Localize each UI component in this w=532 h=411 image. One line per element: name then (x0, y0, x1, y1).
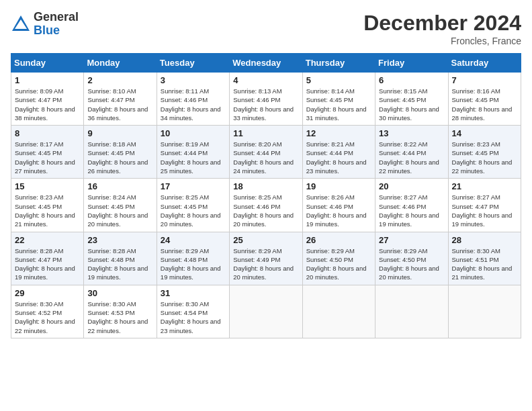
day-number: 2 (87, 75, 152, 85)
calendar-cell: 2 Sunrise: 8:10 AM Sunset: 4:47 PM Dayli… (84, 73, 157, 126)
calendar-cell: 24 Sunrise: 8:29 AM Sunset: 4:48 PM Dayl… (157, 232, 229, 285)
day-number: 3 (161, 75, 226, 85)
calendar-cell (375, 285, 448, 338)
calendar-cell: 1 Sunrise: 8:09 AM Sunset: 4:47 PM Dayli… (11, 73, 84, 126)
calendar-cell (302, 285, 375, 338)
calendar-cell: 31 Sunrise: 8:30 AM Sunset: 4:54 PM Dayl… (157, 285, 229, 338)
day-number: 10 (161, 128, 226, 138)
calendar-week-5: 29 Sunrise: 8:30 AM Sunset: 4:52 PM Dayl… (11, 285, 521, 338)
day-info: Sunrise: 8:24 AM Sunset: 4:45 PM Dayligh… (87, 193, 152, 228)
calendar-cell: 28 Sunrise: 8:30 AM Sunset: 4:51 PM Dayl… (448, 232, 521, 285)
calendar-cell: 6 Sunrise: 8:15 AM Sunset: 4:45 PM Dayli… (375, 73, 448, 126)
day-info: Sunrise: 8:28 AM Sunset: 4:48 PM Dayligh… (87, 246, 152, 282)
logo-icon (11, 14, 31, 34)
day-number: 18 (233, 181, 298, 191)
calendar-cell (230, 285, 302, 338)
weekday-header-sunday: Sunday (11, 54, 84, 73)
calendar-cell: 25 Sunrise: 8:29 AM Sunset: 4:49 PM Dayl… (230, 232, 302, 285)
day-number: 7 (452, 75, 517, 85)
day-info: Sunrise: 8:29 AM Sunset: 4:49 PM Dayligh… (233, 246, 298, 282)
day-info: Sunrise: 8:27 AM Sunset: 4:46 PM Dayligh… (379, 193, 444, 228)
calendar-cell: 10 Sunrise: 8:19 AM Sunset: 4:44 PM Dayl… (157, 126, 229, 179)
day-number: 4 (233, 75, 298, 85)
day-info: Sunrise: 8:23 AM Sunset: 4:45 PM Dayligh… (452, 140, 517, 175)
weekday-header-wednesday: Wednesday (230, 54, 302, 73)
day-info: Sunrise: 8:17 AM Sunset: 4:45 PM Dayligh… (15, 140, 80, 175)
calendar-table: SundayMondayTuesdayWednesdayThursdayFrid… (11, 53, 521, 338)
day-info: Sunrise: 8:30 AM Sunset: 4:52 PM Dayligh… (15, 300, 80, 335)
calendar-cell: 13 Sunrise: 8:22 AM Sunset: 4:44 PM Dayl… (375, 126, 448, 179)
day-number: 30 (87, 288, 152, 298)
day-number: 17 (161, 181, 226, 191)
calendar-cell: 17 Sunrise: 8:25 AM Sunset: 4:45 PM Dayl… (157, 179, 229, 232)
calendar-cell: 4 Sunrise: 8:13 AM Sunset: 4:46 PM Dayli… (230, 73, 302, 126)
day-info: Sunrise: 8:10 AM Sunset: 4:47 PM Dayligh… (87, 87, 152, 122)
day-info: Sunrise: 8:28 AM Sunset: 4:47 PM Dayligh… (15, 246, 80, 282)
day-info: Sunrise: 8:26 AM Sunset: 4:46 PM Dayligh… (306, 193, 371, 228)
day-info: Sunrise: 8:20 AM Sunset: 4:44 PM Dayligh… (233, 140, 298, 175)
calendar-cell: 16 Sunrise: 8:24 AM Sunset: 4:45 PM Dayl… (84, 179, 157, 232)
day-info: Sunrise: 8:11 AM Sunset: 4:46 PM Dayligh… (161, 87, 226, 122)
day-info: Sunrise: 8:29 AM Sunset: 4:48 PM Dayligh… (161, 246, 226, 282)
day-number: 1 (15, 75, 80, 85)
day-info: Sunrise: 8:25 AM Sunset: 4:45 PM Dayligh… (161, 193, 226, 228)
calendar-cell: 29 Sunrise: 8:30 AM Sunset: 4:52 PM Dayl… (11, 285, 84, 338)
day-info: Sunrise: 8:18 AM Sunset: 4:45 PM Dayligh… (87, 140, 152, 175)
calendar-cell: 3 Sunrise: 8:11 AM Sunset: 4:46 PM Dayli… (157, 73, 229, 126)
day-info: Sunrise: 8:30 AM Sunset: 4:53 PM Dayligh… (87, 300, 152, 335)
calendar-cell: 21 Sunrise: 8:27 AM Sunset: 4:47 PM Dayl… (448, 179, 521, 232)
weekday-header-thursday: Thursday (302, 54, 375, 73)
calendar-cell: 23 Sunrise: 8:28 AM Sunset: 4:48 PM Dayl… (84, 232, 157, 285)
day-info: Sunrise: 8:16 AM Sunset: 4:45 PM Dayligh… (452, 87, 517, 122)
page-header: General Blue December 2024 Froncles, Fra… (11, 11, 521, 46)
day-number: 15 (15, 181, 80, 191)
calendar-cell: 7 Sunrise: 8:16 AM Sunset: 4:45 PM Dayli… (448, 73, 521, 126)
day-number: 25 (233, 235, 298, 245)
calendar-cell: 26 Sunrise: 8:29 AM Sunset: 4:50 PM Dayl… (302, 232, 375, 285)
calendar-cell: 27 Sunrise: 8:29 AM Sunset: 4:50 PM Dayl… (375, 232, 448, 285)
day-number: 6 (379, 75, 444, 85)
day-info: Sunrise: 8:15 AM Sunset: 4:45 PM Dayligh… (379, 87, 444, 122)
weekday-header-row: SundayMondayTuesdayWednesdayThursdayFrid… (11, 54, 521, 73)
calendar-cell: 8 Sunrise: 8:17 AM Sunset: 4:45 PM Dayli… (11, 126, 84, 179)
weekday-header-saturday: Saturday (448, 54, 521, 73)
day-info: Sunrise: 8:13 AM Sunset: 4:46 PM Dayligh… (233, 87, 298, 122)
day-info: Sunrise: 8:14 AM Sunset: 4:45 PM Dayligh… (306, 87, 371, 122)
day-info: Sunrise: 8:21 AM Sunset: 4:44 PM Dayligh… (306, 140, 371, 175)
weekday-header-tuesday: Tuesday (157, 54, 229, 73)
calendar-cell (448, 285, 521, 338)
calendar-cell: 20 Sunrise: 8:27 AM Sunset: 4:46 PM Dayl… (375, 179, 448, 232)
calendar-cell: 5 Sunrise: 8:14 AM Sunset: 4:45 PM Dayli… (302, 73, 375, 126)
title-block: December 2024 Froncles, France (363, 11, 521, 46)
day-info: Sunrise: 8:30 AM Sunset: 4:54 PM Dayligh… (161, 300, 226, 335)
day-number: 11 (233, 128, 298, 138)
calendar-week-1: 1 Sunrise: 8:09 AM Sunset: 4:47 PM Dayli… (11, 73, 521, 126)
logo: General Blue (11, 11, 79, 38)
month-title: December 2024 (363, 11, 521, 36)
calendar-cell: 9 Sunrise: 8:18 AM Sunset: 4:45 PM Dayli… (84, 126, 157, 179)
calendar-cell: 11 Sunrise: 8:20 AM Sunset: 4:44 PM Dayl… (230, 126, 302, 179)
day-number: 5 (306, 75, 371, 85)
calendar-cell: 14 Sunrise: 8:23 AM Sunset: 4:45 PM Dayl… (448, 126, 521, 179)
day-number: 8 (15, 128, 80, 138)
day-info: Sunrise: 8:29 AM Sunset: 4:50 PM Dayligh… (306, 246, 371, 282)
day-number: 24 (161, 235, 226, 245)
calendar-cell: 18 Sunrise: 8:25 AM Sunset: 4:46 PM Dayl… (230, 179, 302, 232)
day-number: 28 (452, 235, 517, 245)
calendar-week-2: 8 Sunrise: 8:17 AM Sunset: 4:45 PM Dayli… (11, 126, 521, 179)
day-number: 16 (87, 181, 152, 191)
weekday-header-monday: Monday (84, 54, 157, 73)
day-number: 19 (306, 181, 371, 191)
day-number: 21 (452, 181, 517, 191)
day-info: Sunrise: 8:25 AM Sunset: 4:46 PM Dayligh… (233, 193, 298, 228)
day-number: 14 (452, 128, 517, 138)
weekday-header-friday: Friday (375, 54, 448, 73)
day-number: 12 (306, 128, 371, 138)
day-number: 27 (379, 235, 444, 245)
day-number: 29 (15, 288, 80, 298)
calendar-week-3: 15 Sunrise: 8:23 AM Sunset: 4:45 PM Dayl… (11, 179, 521, 232)
day-number: 9 (87, 128, 152, 138)
day-number: 26 (306, 235, 371, 245)
calendar-cell: 30 Sunrise: 8:30 AM Sunset: 4:53 PM Dayl… (84, 285, 157, 338)
calendar-cell: 22 Sunrise: 8:28 AM Sunset: 4:47 PM Dayl… (11, 232, 84, 285)
